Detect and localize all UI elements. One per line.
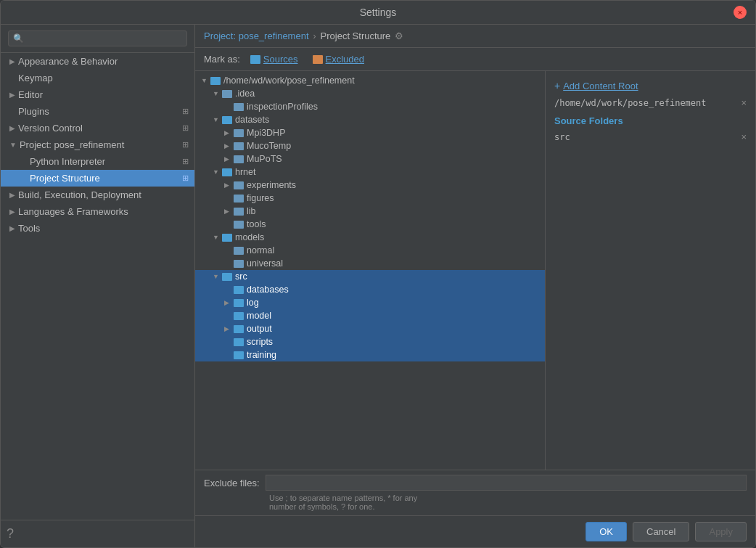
folder-icon xyxy=(234,286,244,294)
sidebar-item-plugins[interactable]: Plugins ⊞ xyxy=(1,103,194,120)
breadcrumb-settings-icon[interactable]: ⚙ xyxy=(395,30,403,41)
expand-icon: ▼ xyxy=(213,116,220,123)
tree-item-training[interactable]: training xyxy=(195,348,545,361)
tree-item-label: hrnet xyxy=(235,167,256,177)
sidebar-item-tools[interactable]: ▶ Tools xyxy=(1,220,194,237)
arrow-icon: ▼ xyxy=(9,141,17,149)
hint-line2: number of symbols, ? for one. xyxy=(204,502,747,511)
sidebar-item-project-structure[interactable]: Project Structure ⊞ xyxy=(1,170,194,187)
breadcrumb-current: Project Structure xyxy=(321,30,391,41)
sidebar-item-keymap[interactable]: Keymap xyxy=(1,70,194,86)
excluded-label: Excluded xyxy=(326,54,364,65)
main-content: ▶ Appearance & Behavior Keymap ▶ Editor … xyxy=(1,25,755,547)
close-button[interactable]: × xyxy=(734,6,747,19)
tree-item-tools[interactable]: tools xyxy=(195,218,545,231)
tree-item-label: lib xyxy=(247,206,256,216)
tree-item-label: databases xyxy=(247,285,289,295)
tree-item-inspectionProfiles[interactable]: inspectionProfiles xyxy=(195,100,545,113)
vc-icon: ⊞ xyxy=(182,123,189,133)
tree-item-MuPoTS[interactable]: ▶ MuPoTS xyxy=(195,152,545,165)
tree-item-idea[interactable]: ▼ .idea xyxy=(195,87,545,100)
tree-item-universal[interactable]: universal xyxy=(195,257,545,270)
arrow-icon: ▶ xyxy=(9,224,15,232)
sidebar-item-build[interactable]: ▶ Build, Execution, Deployment xyxy=(1,187,194,203)
sidebar-item-python-interpreter[interactable]: Python Interpreter ⊞ xyxy=(1,153,194,170)
tree-item-label: MuPoTS xyxy=(247,154,282,164)
source-folders-header: Source Folders xyxy=(546,111,755,129)
breadcrumb-bar: Project: pose_refinement › Project Struc… xyxy=(195,25,755,48)
sidebar-item-label: Project Structure xyxy=(30,173,100,184)
folder-icon xyxy=(234,129,244,137)
expand-icon: ▼ xyxy=(213,273,220,280)
mark-as-bar: Mark as: Sources Excluded xyxy=(195,48,755,71)
folder-icon xyxy=(222,90,232,98)
sidebar-item-label: Keymap xyxy=(18,73,53,83)
apply-button[interactable]: Apply xyxy=(695,522,747,541)
folder-icon xyxy=(234,260,244,268)
folder-icon xyxy=(234,299,244,307)
add-content-root-button[interactable]: + Add Content Root xyxy=(546,77,755,94)
arrow-icon: ▶ xyxy=(9,191,15,199)
expand-icon: ▶ xyxy=(224,155,231,163)
tree-item-output[interactable]: ▶ output xyxy=(195,322,545,335)
search-input[interactable] xyxy=(8,30,187,46)
folder-icon xyxy=(234,181,244,189)
sidebar: ▶ Appearance & Behavior Keymap ▶ Editor … xyxy=(1,25,195,547)
sidebar-item-label: Languages & Frameworks xyxy=(18,206,128,217)
content-root-path: /home/wd/work/pose_refinement × xyxy=(546,94,755,111)
exclude-label: Exclude files: xyxy=(204,478,260,488)
cancel-button[interactable]: Cancel xyxy=(633,522,689,541)
remove-source-folder-button[interactable]: × xyxy=(741,131,747,142)
tree-item-label: src xyxy=(235,271,247,282)
mark-excluded-button[interactable]: Excluded xyxy=(308,52,369,66)
exclude-row: Exclude files: xyxy=(204,475,747,491)
tree-item-src[interactable]: ▼ src xyxy=(195,270,545,283)
tree-item-hrnet[interactable]: ▼ hrnet xyxy=(195,165,545,179)
sidebar-item-version-control[interactable]: ▶ Version Control ⊞ xyxy=(1,120,194,136)
ok-button[interactable]: OK xyxy=(586,522,627,541)
help-button[interactable]: ? xyxy=(1,520,194,547)
tree-item-lib[interactable]: ▶ lib xyxy=(195,205,545,218)
tree-item-label: datasets xyxy=(235,115,269,125)
tree-item-label: /home/wd/work/pose_refinement xyxy=(223,75,355,86)
tree-item-databases[interactable]: databases xyxy=(195,283,545,296)
breadcrumb-project[interactable]: Project: pose_refinement xyxy=(204,30,309,41)
file-tree[interactable]: ▼ /home/wd/work/pose_refinement ▼ .idea xyxy=(195,71,545,470)
tree-item-MucoTemp[interactable]: ▶ MucoTemp xyxy=(195,139,545,152)
tree-item-Mpi3DHP[interactable]: ▶ Mpi3DHP xyxy=(195,126,545,139)
sidebar-item-project[interactable]: ▼ Project: pose_refinement ⊞ xyxy=(1,136,194,153)
tree-item-figures[interactable]: figures xyxy=(195,192,545,205)
tree-item-experiments[interactable]: ▶ experiments xyxy=(195,179,545,192)
expand-icon: ▶ xyxy=(224,325,231,332)
title-bar: Settings × xyxy=(1,1,755,25)
sidebar-item-languages[interactable]: ▶ Languages & Frameworks xyxy=(1,203,194,220)
tree-item-label: MucoTemp xyxy=(247,141,291,151)
tree-item-root[interactable]: ▼ /home/wd/work/pose_refinement xyxy=(195,74,545,87)
sidebar-item-appearance[interactable]: ▶ Appearance & Behavior xyxy=(1,53,194,70)
tree-item-label: inspectionProfiles xyxy=(247,102,318,112)
exclude-input[interactable] xyxy=(266,475,747,491)
content-root-text: /home/wd/work/pose_refinement xyxy=(554,98,707,108)
folder-icon xyxy=(210,77,221,85)
sidebar-item-editor[interactable]: ▶ Editor xyxy=(1,86,194,103)
tree-item-model[interactable]: model xyxy=(195,309,545,322)
tree-item-label: tools xyxy=(247,219,266,229)
tree-item-models[interactable]: ▼ models xyxy=(195,231,545,244)
dialog-title: Settings xyxy=(360,7,397,18)
tree-item-datasets[interactable]: ▼ datasets xyxy=(195,113,545,126)
tree-item-label: .idea xyxy=(235,89,255,99)
tree-item-label: scripts xyxy=(247,337,273,347)
remove-content-root-button[interactable]: × xyxy=(741,97,747,108)
tree-panel-row: ▼ /home/wd/work/pose_refinement ▼ .idea xyxy=(195,71,755,470)
tree-item-log[interactable]: ▶ log xyxy=(195,296,545,309)
folder-icon xyxy=(234,325,244,333)
tree-item-normal[interactable]: normal xyxy=(195,244,545,257)
right-content: Project: pose_refinement › Project Struc… xyxy=(195,25,755,547)
sources-label: Sources xyxy=(263,54,298,65)
tree-item-label: output xyxy=(247,324,272,334)
folder-icon xyxy=(222,116,232,124)
buttons-row: OK Cancel Apply xyxy=(195,515,755,547)
folder-icon xyxy=(234,142,244,150)
mark-sources-button[interactable]: Sources xyxy=(246,52,303,66)
tree-item-scripts[interactable]: scripts xyxy=(195,335,545,348)
